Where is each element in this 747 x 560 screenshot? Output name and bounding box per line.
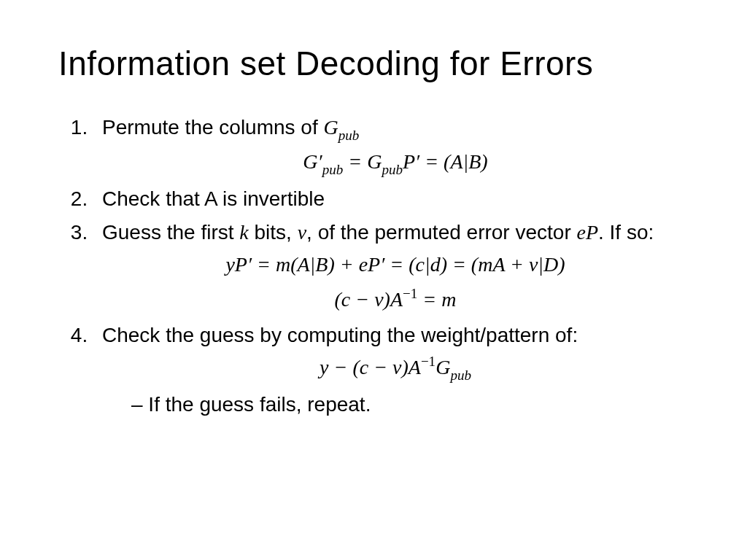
eq1-rhs: P′ = (A|B) — [403, 150, 488, 173]
eq4-sup: −1 — [421, 354, 436, 369]
step-3-equation-2: (c − v)A−1 = m — [102, 284, 689, 315]
var-G: G — [323, 116, 338, 139]
eq1-sub2: pub — [382, 162, 403, 177]
slide-title: Information set Decoding for Errors — [58, 44, 689, 83]
step-3-equation-1: yP′ = m(A|B) + eP′ = (c|d) = (mA + v|D) — [102, 249, 689, 280]
step-3-text-c: , of the permuted error vector — [306, 221, 576, 244]
var-v: v — [298, 221, 306, 244]
step-4-substep: If the guess fails, repeat. — [102, 389, 689, 420]
var-k: k — [239, 221, 248, 244]
step-3-text-a: Guess the first — [102, 221, 239, 244]
step-2-text: Check that A is invertible — [102, 187, 325, 210]
eq1-mid: = G — [343, 150, 382, 173]
step-3-text-b: bits, — [249, 221, 298, 244]
var-eP: eP — [576, 221, 598, 244]
step-4-text: Check the guess by computing the weight/… — [102, 324, 578, 346]
step-3-text-d: . If so: — [598, 221, 654, 244]
eq4-sub: pub — [450, 368, 471, 383]
step-1-text: Permute the columns of — [102, 116, 323, 139]
step-3: Guess the first k bits, v, of the permut… — [93, 217, 689, 315]
eq3b-sup: −1 — [403, 286, 417, 301]
eq4-G: G — [436, 356, 450, 378]
slide-body: Permute the columns of Gpub G′pub = Gpub… — [58, 112, 689, 420]
step-1-math-G: Gpub — [323, 116, 359, 139]
eq1-lhs: G′ — [303, 150, 322, 173]
eq3b-b: = m — [417, 289, 456, 311]
eq1-sub1: pub — [322, 162, 344, 177]
eq3b-a: (c − v)A — [335, 289, 403, 311]
algorithm-list: Permute the columns of Gpub G′pub = Gpub… — [58, 112, 689, 420]
sub-pub-1: pub — [338, 128, 360, 143]
step-4-dash-text: If the guess fails, repeat. — [148, 393, 371, 416]
step-4-equation: y − (c − v)A−1Gpub — [102, 352, 689, 385]
step-1-equation: G′pub = GpubP′ = (A|B) — [102, 147, 689, 179]
eq4-a: y − (c − v)A — [320, 356, 421, 378]
step-4: Check the guess by computing the weight/… — [93, 320, 689, 420]
step-2: Check that A is invertible — [93, 184, 689, 214]
step-1: Permute the columns of Gpub G′pub = Gpub… — [93, 112, 689, 179]
